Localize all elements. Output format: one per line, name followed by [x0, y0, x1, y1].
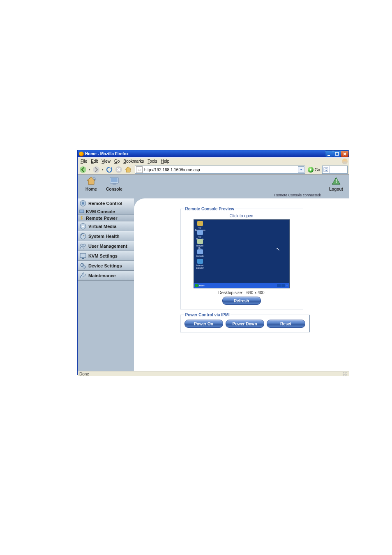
power-down-button[interactable]: Power Down [226, 320, 264, 328]
menu-edit[interactable]: Edit [89, 159, 99, 164]
search-engine-icon[interactable]: G [323, 166, 330, 173]
remote-preview[interactable]: My Documents My Network Recycle Bin Cons… [194, 219, 290, 288]
menu-file[interactable]: File [79, 159, 89, 164]
reload-button[interactable] [105, 166, 113, 174]
stop-button[interactable] [115, 166, 123, 174]
sidebar-item-label: User Management [88, 244, 127, 249]
sidebar-item-kvm-settings[interactable]: KVM Settings [78, 251, 134, 261]
forward-dropdown-icon[interactable]: ▾ [101, 166, 104, 174]
menu-bookmarks[interactable]: Bookmarks [122, 159, 145, 164]
desktop-size: Desktop size: 640 x 400 [184, 290, 299, 295]
statusbar: Done [78, 371, 349, 376]
back-button[interactable] [79, 166, 87, 174]
window-titlebar: Home - Mozilla Firefox [78, 150, 349, 157]
firefox-icon [79, 152, 84, 157]
activity-throbber-icon [342, 159, 348, 164]
header-home-label: Home [80, 187, 102, 191]
sidebar-item-remote-control[interactable]: Remote Control [78, 198, 134, 208]
power-on-button[interactable]: Power On [184, 320, 223, 328]
svg-rect-21 [82, 258, 84, 259]
svg-point-1 [80, 166, 86, 173]
console-icon [109, 176, 120, 185]
header-logout[interactable]: Logout [325, 176, 347, 191]
sidebar-item-label: Maintenance [88, 273, 116, 278]
main-content: Remote Console Preview Click to open My … [134, 198, 349, 371]
header-home[interactable]: Home [80, 176, 102, 191]
back-dropdown-icon[interactable]: ▾ [88, 166, 91, 174]
svg-rect-20 [80, 253, 86, 258]
go-icon [308, 167, 314, 173]
home-icon [86, 176, 97, 185]
browser-window: Home - Mozilla Firefox File Edit View [77, 150, 349, 375]
nav-toolbar: ▾ ▾ □ ▾ Go [78, 165, 349, 174]
menu-help[interactable]: Help [159, 159, 171, 164]
svg-rect-11 [336, 182, 337, 183]
sidebar-sub-label: KVM Console [86, 209, 115, 214]
maximize-button[interactable] [333, 151, 341, 157]
desktop-size-value: 640 x 400 [247, 290, 265, 295]
start-button-icon: start [195, 284, 205, 287]
svg-point-25 [84, 267, 85, 267]
sidebar-item-virtual-media[interactable]: Virtual Media [78, 221, 134, 231]
menubar: File Edit View Go Bookmarks Tools Help [78, 157, 349, 165]
user-management-icon [79, 242, 87, 250]
header-console[interactable]: Console [103, 176, 125, 191]
desktop-size-label: Desktop size: [218, 290, 243, 295]
home-button[interactable] [124, 166, 132, 174]
url-dropdown-icon[interactable]: ▾ [298, 166, 304, 173]
sidebar-item-label: System Health [88, 234, 120, 239]
power-legend: Power Control via IPMI [184, 313, 231, 317]
svg-text:G: G [325, 168, 327, 172]
svg-rect-14 [80, 210, 84, 213]
sidebar-item-maintenance[interactable]: Maintenance [78, 271, 134, 281]
reset-button[interactable]: Reset [267, 320, 305, 328]
svg-point-2 [93, 166, 99, 173]
desktop-icon: Recycle Bin [195, 239, 205, 249]
sidebar-item-user-management[interactable]: User Management [78, 241, 134, 251]
menu-tools[interactable]: Tools [146, 159, 159, 164]
sidebar-item-device-settings[interactable]: Device Settings [78, 261, 134, 271]
go-button[interactable]: Go [308, 167, 320, 173]
address-bar[interactable]: □ ▾ [135, 166, 305, 174]
search-box[interactable]: G [322, 166, 348, 174]
power-sub-icon [79, 215, 85, 221]
window-controls [325, 151, 348, 157]
system-tray: ··· [277, 284, 288, 287]
url-input[interactable] [143, 166, 298, 173]
resize-grip-icon[interactable] [342, 371, 347, 376]
sidebar-item-system-health[interactable]: System Health [78, 231, 134, 241]
preview-taskbar: start ··· [194, 283, 289, 288]
svg-rect-10 [336, 179, 337, 182]
page-viewport: Home Console Logout Remote Console conne… [78, 174, 349, 371]
remote-control-icon [79, 199, 87, 207]
svg-rect-8 [111, 178, 118, 182]
header-logout-label: Logout [325, 187, 347, 191]
svg-rect-0 [335, 152, 339, 155]
sidebar-item-label: Virtual Media [88, 224, 116, 229]
sidebar-item-label: KVM Settings [88, 253, 118, 258]
refresh-button[interactable]: Refresh [222, 297, 261, 305]
maintenance-icon [79, 272, 87, 280]
click-to-open-link[interactable]: Click to open [230, 214, 254, 218]
go-label: Go [315, 168, 320, 172]
svg-point-19 [83, 244, 85, 246]
logout-icon [331, 176, 341, 185]
titlebar-left: Home - Mozilla Firefox [79, 152, 129, 157]
device-settings-icon [79, 262, 87, 270]
minimize-button[interactable] [325, 151, 333, 157]
close-button[interactable] [341, 151, 348, 157]
kvm-sub-icon [79, 209, 85, 214]
preview-legend: Remote Console Preview [184, 207, 235, 211]
sidebar-item-label: Device Settings [88, 263, 122, 268]
header-console-label: Console [103, 187, 125, 191]
sidebar-sub-power[interactable]: Remote Power [78, 215, 134, 221]
statusbar-text: Done [79, 372, 89, 376]
forward-button[interactable] [92, 166, 100, 174]
menu-go[interactable]: Go [113, 159, 121, 164]
sidebar-sub-kvm[interactable]: KVM Console [78, 208, 134, 215]
menu-view[interactable]: View [100, 159, 112, 164]
svg-point-13 [82, 202, 84, 205]
page-header: Home Console Logout Remote Console conne… [78, 175, 349, 198]
page-favicon: □ [136, 166, 143, 173]
connection-status: Remote Console connected! [274, 193, 321, 197]
